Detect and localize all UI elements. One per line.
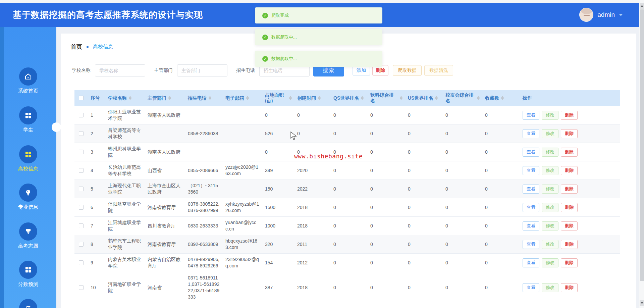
cell-school-name: 信阳航空职业学院 (105, 198, 145, 216)
sort-icon[interactable] (246, 96, 249, 100)
row-checkbox[interactable] (79, 150, 84, 154)
cell-ruanke-rank: 0 (368, 198, 405, 216)
row-delete-button[interactable]: 删除 (561, 258, 578, 267)
department-input[interactable] (177, 64, 227, 76)
row-checkbox[interactable] (79, 260, 84, 265)
row-delete-button[interactable]: 删除 (561, 166, 578, 175)
edit-button[interactable]: 修改 (542, 283, 558, 292)
row-checkbox[interactable] (79, 113, 84, 117)
row-delete-button[interactable]: 删除 (561, 111, 578, 120)
sort-icon[interactable] (400, 96, 402, 100)
sidebar-item-applications[interactable]: 高考志愿 (0, 222, 56, 249)
edit-button[interactable]: 修改 (542, 203, 558, 212)
row-checkbox[interactable] (79, 242, 84, 247)
check-icon: ✓ (262, 35, 268, 40)
row-delete-button[interactable]: 删除 (561, 148, 578, 157)
row-checkbox[interactable] (79, 205, 84, 210)
scroll-up-arrow[interactable] (640, 3, 644, 9)
row-checkbox[interactable] (79, 168, 84, 173)
view-button[interactable]: 查看 (523, 240, 539, 249)
cell-school-name: 鹤壁汽车工程职业学院 (105, 235, 145, 253)
row-checkbox[interactable] (79, 223, 84, 228)
sort-icon[interactable] (129, 96, 131, 100)
cell-phone: 0392-6633809 (185, 235, 223, 253)
school-name-input[interactable] (95, 64, 145, 76)
sidebar-item-score-prediction[interactable]: 分数预测 (0, 261, 56, 288)
sort-icon[interactable] (318, 96, 321, 100)
cell-qs-rank: 0 (331, 124, 368, 143)
cell-alumni-rank: 0 (443, 180, 482, 198)
view-button[interactable]: 查看 (523, 185, 539, 194)
cell-email (223, 272, 262, 303)
edit-button[interactable]: 修改 (542, 111, 558, 120)
toast-text: 爬取完成 (271, 12, 289, 18)
check-icon: ✓ (262, 56, 268, 62)
avatar[interactable] (579, 8, 593, 22)
view-button[interactable]: 查看 (523, 221, 539, 230)
brush-icon (19, 222, 37, 241)
cell-school-name: 江阳城建职业学院 (105, 217, 145, 235)
sidebar-item-universities[interactable]: 高校信息 (0, 145, 56, 172)
row-delete-button[interactable]: 删除 (561, 129, 578, 138)
scroll-down-arrow[interactable] (640, 300, 644, 306)
row-delete-button[interactable]: 删除 (561, 240, 578, 249)
edit-button[interactable]: 修改 (542, 166, 558, 175)
cell-alumni-rank: 0 (443, 106, 482, 124)
row-checkbox[interactable] (79, 285, 84, 290)
edit-button[interactable]: 修改 (542, 221, 558, 230)
sort-icon[interactable] (501, 96, 504, 100)
col-header-email: 电子邮箱 (225, 95, 244, 101)
edit-button[interactable]: 修改 (542, 185, 558, 194)
view-button[interactable]: 查看 (523, 111, 539, 120)
sidebar-item-majors[interactable]: 专业信息 (0, 184, 56, 210)
col-header-department: 主管部门 (148, 95, 166, 101)
cell-no: 3 (88, 143, 105, 161)
cell-us-rank: 0 (405, 254, 443, 272)
view-button[interactable]: 查看 (523, 258, 539, 267)
sidebar-item-home[interactable]: 系统首页 (0, 67, 56, 94)
sort-icon[interactable] (168, 96, 171, 100)
cell-phone: （021）- 31153560 (185, 180, 223, 198)
cell-school-name: 长治幼儿师范高等专科学校 (105, 161, 145, 179)
cell-qs-rank: 0 (331, 272, 368, 303)
row-checkbox[interactable] (79, 187, 84, 191)
table-row: 5 上海现代化工职业学院 上海市金山区人民政府 （021）- 31153560 … (74, 180, 620, 198)
sidebar-item-students[interactable]: 学生 (0, 106, 56, 133)
edit-button[interactable]: 修改 (542, 258, 558, 267)
row-delete-button[interactable]: 删除 (561, 185, 578, 194)
active-item-notch (52, 122, 61, 132)
edit-button[interactable]: 修改 (542, 240, 558, 249)
filter-label-school-name: 学校名称 (72, 67, 91, 73)
edit-button[interactable]: 修改 (542, 129, 558, 138)
sort-icon[interactable] (289, 96, 292, 100)
row-checkbox[interactable] (79, 131, 84, 136)
row-delete-button[interactable]: 删除 (561, 203, 578, 212)
view-button[interactable]: 查看 (523, 203, 539, 212)
view-button[interactable]: 查看 (523, 283, 539, 292)
row-delete-button[interactable]: 删除 (561, 221, 578, 230)
sort-icon[interactable] (477, 96, 480, 100)
edit-button[interactable]: 修改 (542, 148, 558, 157)
user-menu[interactable]: admin (579, 3, 623, 27)
cell-email (223, 124, 262, 143)
view-button[interactable]: 查看 (523, 166, 539, 175)
sidebar-item-label: 分数预测 (0, 281, 56, 288)
select-all-checkbox[interactable] (79, 96, 84, 100)
clean-data-button[interactable]: 数据清洗 (424, 65, 453, 76)
cell-ruanke-rank: 0 (368, 235, 405, 253)
crawl-data-button[interactable]: 爬取数据 (393, 65, 422, 76)
table-row: 1 邵阳工业职业技术学院 湖南省人民政府 0 0 0 0 0 0 0 查看 修改… (74, 106, 620, 124)
view-button[interactable]: 查看 (523, 148, 539, 157)
sort-icon[interactable] (209, 96, 211, 100)
cell-email: yzzsjyc2020@163.com (223, 161, 262, 179)
view-button[interactable]: 查看 (523, 129, 539, 138)
sort-icon[interactable] (435, 96, 438, 100)
sort-icon[interactable] (361, 96, 364, 100)
row-delete-button[interactable]: 删除 (561, 283, 578, 292)
scrollbar-thumb[interactable] (640, 9, 644, 281)
toast-crawl-complete: ✓ 爬取完成 (255, 7, 382, 23)
sidebar-item-message-board[interactable]: 留言板 (0, 299, 56, 308)
toast-crawling-2: ✓ 数据爬取中... (255, 51, 382, 67)
breadcrumb-home[interactable]: 首页 (71, 43, 82, 51)
cell-favorites: 0 (482, 180, 515, 198)
